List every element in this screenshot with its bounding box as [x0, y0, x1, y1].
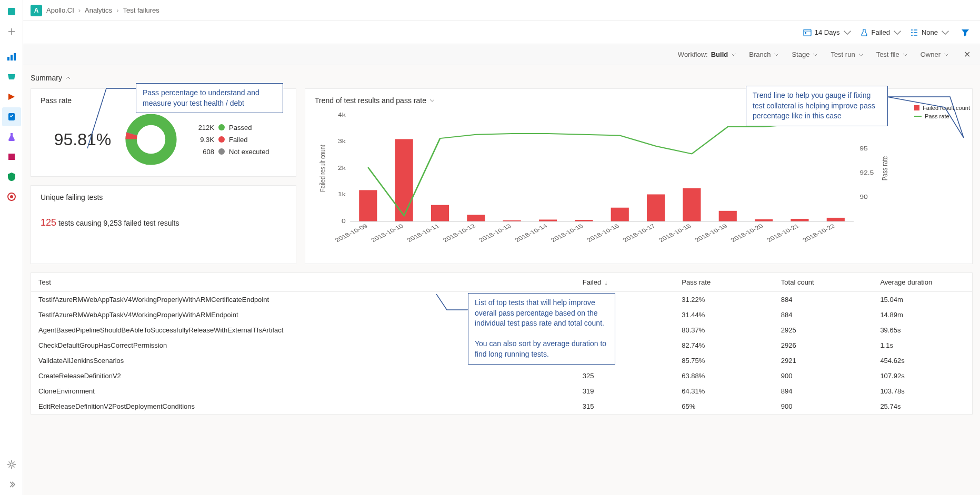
crumb-page[interactable]: Test failures — [123, 6, 159, 14]
svg-text:2018-10-17: 2018-10-17 — [621, 223, 657, 243]
th-failed[interactable]: Failed↓ — [575, 273, 675, 292]
svg-rect-27 — [431, 205, 449, 221]
th-total[interactable]: Total count — [774, 273, 873, 292]
sidebar-item-add[interactable] — [2, 22, 21, 41]
chevron-down-icon — [843, 28, 852, 37]
svg-text:1k: 1k — [338, 191, 346, 198]
unique-failing-title: Unique failing tests — [41, 193, 286, 201]
unique-failing-card: Unique failing tests 125 tests causing 9… — [31, 185, 296, 264]
svg-rect-38 — [827, 218, 845, 221]
chevron-down-icon — [731, 52, 736, 57]
filter-testrun[interactable]: Test run — [831, 50, 863, 58]
group-icon — [910, 28, 918, 37]
filter-workflow[interactable]: Workflow: Build — [678, 50, 736, 58]
svg-text:2018-10-20: 2018-10-20 — [729, 223, 765, 243]
sidebar-item-settings[interactable] — [2, 455, 21, 474]
crumb-analytics[interactable]: Analytics — [85, 6, 112, 14]
svg-rect-25 — [359, 190, 377, 221]
svg-text:2018-10-22: 2018-10-22 — [801, 223, 837, 243]
breadcrumb: A Apollo.CI › Analytics › Test failures — [23, 0, 980, 21]
svg-text:2018-10-09: 2018-10-09 — [334, 223, 369, 243]
svg-text:95: 95 — [859, 146, 868, 152]
project-badge[interactable]: A — [31, 5, 42, 16]
svg-rect-0 — [8, 8, 15, 15]
chevron-down-icon — [813, 52, 818, 57]
chevron-down-icon — [941, 28, 949, 37]
svg-text:2018-10-14: 2018-10-14 — [513, 223, 549, 243]
svg-text:2018-10-18: 2018-10-18 — [657, 223, 693, 243]
period-dropdown[interactable]: 14 Days — [803, 28, 852, 37]
svg-rect-33 — [647, 194, 665, 221]
sidebar-item-testbeaker[interactable] — [2, 127, 21, 146]
sidebar-item-project[interactable] — [2, 2, 21, 21]
svg-rect-10 — [805, 32, 806, 34]
th-passrate[interactable]: Pass rate — [674, 273, 774, 292]
svg-text:2018-10-21: 2018-10-21 — [765, 223, 801, 243]
callout-connector — [887, 92, 964, 138]
chevron-right-icon: › — [116, 6, 118, 14]
chevron-down-icon — [903, 52, 908, 57]
trend-card: Trend of test results and pass rate Tren… — [305, 88, 973, 264]
close-filters-button[interactable]: ✕ — [962, 49, 973, 59]
content-area: Summary Pass percentage to understand an… — [23, 65, 980, 495]
callout-connector — [436, 294, 468, 315]
svg-point-7 — [10, 195, 13, 198]
th-avg[interactable]: Average duration — [873, 273, 972, 292]
svg-text:Failed result count: Failed result count — [318, 145, 327, 192]
svg-text:0: 0 — [342, 218, 346, 225]
sidebar-item-boards[interactable] — [2, 47, 21, 66]
table-row[interactable]: EditReleaseDefinitionV2PostDeploymentCon… — [31, 399, 972, 414]
svg-text:2018-10-13: 2018-10-13 — [477, 223, 513, 243]
group-dropdown[interactable]: None — [910, 28, 949, 37]
sidebar-item-feedback[interactable] — [2, 187, 21, 206]
svg-rect-32 — [611, 208, 629, 221]
sidebar-item-repos[interactable] — [2, 67, 21, 86]
sidebar-item-security[interactable] — [2, 167, 21, 186]
svg-text:2018-10-16: 2018-10-16 — [585, 223, 621, 243]
svg-rect-3 — [14, 53, 16, 60]
svg-text:2018-10-19: 2018-10-19 — [693, 223, 729, 243]
legend-row: 9.3KFailed — [193, 136, 269, 144]
beaker-icon — [860, 28, 868, 37]
sidebar-item-testplans[interactable] — [2, 107, 21, 126]
annotation-callout: Trend line to help you gauge if fixing t… — [746, 86, 888, 126]
unique-failing-count: 125 — [41, 217, 56, 228]
chevron-down-icon — [429, 98, 435, 103]
svg-text:2018-10-10: 2018-10-10 — [369, 223, 405, 243]
filter-branch[interactable]: Branch — [749, 50, 779, 58]
annotation-callout: Pass percentage to understand and measur… — [136, 83, 283, 113]
trend-chart: 01k2k3k4k9092.59597.5Failed result count… — [315, 110, 963, 247]
callout-connector — [87, 85, 136, 151]
svg-text:4k: 4k — [338, 112, 346, 118]
table-row[interactable]: CloneEnvironment31964.31%894103.78s — [31, 383, 972, 399]
th-test[interactable]: Test — [31, 273, 575, 292]
sort-desc-icon: ↓ — [604, 278, 608, 286]
svg-text:2018-10-15: 2018-10-15 — [549, 223, 585, 243]
table-row[interactable]: CreateReleaseDefinitionV232563.88%900107… — [31, 368, 972, 383]
filter-button[interactable] — [958, 25, 973, 40]
svg-rect-1 — [7, 57, 9, 60]
svg-rect-35 — [719, 211, 737, 221]
outcome-dropdown[interactable]: Failed — [860, 28, 902, 37]
chevron-down-icon — [858, 52, 864, 57]
legend-row: 608Not executed — [193, 148, 269, 156]
sidebar-item-collapse[interactable] — [2, 475, 21, 494]
filter-stage[interactable]: Stage — [792, 50, 818, 58]
sidebar-item-artifacts[interactable] — [2, 147, 21, 166]
filter-owner[interactable]: Owner — [921, 50, 949, 58]
crumb-project[interactable]: Apollo.CI — [46, 6, 74, 14]
svg-rect-26 — [395, 139, 413, 221]
svg-text:2018-10-11: 2018-10-11 — [405, 223, 441, 243]
calendar-icon — [803, 28, 812, 37]
svg-point-11 — [131, 119, 171, 159]
svg-rect-30 — [539, 219, 557, 221]
chevron-down-icon — [774, 52, 779, 57]
svg-rect-28 — [467, 215, 485, 221]
sidebar-item-pipelines[interactable] — [2, 87, 21, 106]
left-nav-sidebar — [0, 0, 23, 495]
svg-rect-5 — [8, 154, 15, 160]
svg-rect-36 — [755, 219, 773, 221]
svg-text:2k: 2k — [338, 165, 346, 171]
filter-testfile[interactable]: Test file — [876, 50, 908, 58]
svg-text:90: 90 — [859, 194, 868, 200]
